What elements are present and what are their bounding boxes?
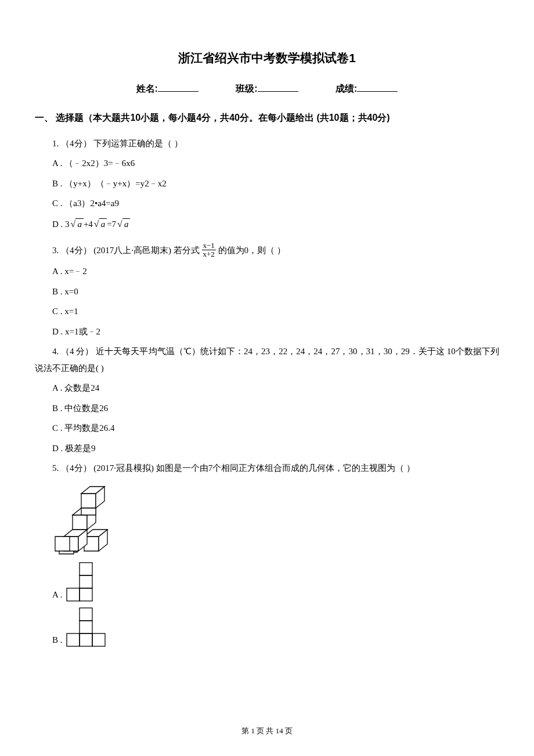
q4-option-d: D . 极差是9 [35, 440, 499, 457]
q5-option-b-figure [65, 607, 118, 649]
svg-rect-22 [80, 608, 92, 621]
svg-marker-8 [55, 537, 70, 551]
q3-stem-post: 的值为0，则（ ） [218, 246, 286, 255]
score-blank [357, 82, 398, 92]
q5-option-a: A . [52, 561, 499, 603]
q1-option-c: C . （a3）2•a4=a9 [35, 195, 499, 212]
q5-option-a-label: A . [52, 586, 63, 603]
q4-option-c: C . 平均数是26.4 [35, 420, 499, 437]
sqrt-icon: a [116, 215, 130, 233]
name-label: 姓名: [136, 84, 158, 93]
svg-marker-9 [73, 515, 87, 530]
svg-rect-25 [80, 633, 92, 646]
svg-rect-19 [80, 575, 92, 588]
svg-rect-20 [67, 588, 80, 601]
sqrt-icon: a [93, 215, 107, 233]
q3-stem: 3. （4分） (2017八上·高邑期末) 若分式 x−1 x+2 的值为0，则… [35, 242, 499, 260]
q1-d-mid: +4 [84, 219, 93, 229]
section-1-title: 一、 选择题（本大题共10小题，每小题4分，共40分。在每小题给出 (共10题；… [35, 109, 499, 127]
q1-d-eq: =7 [107, 219, 116, 229]
q5-option-b-label: B . [52, 632, 63, 649]
q1-option-a: A . （﹣2x2）3=﹣6x6 [35, 155, 499, 172]
class-blank [258, 82, 298, 92]
page-title: 浙江省绍兴市中考数学模拟试卷1 [35, 46, 499, 70]
svg-rect-21 [80, 588, 92, 601]
svg-marker-13 [81, 494, 96, 508]
svg-rect-26 [92, 633, 105, 646]
fraction-icon: x−1 x+2 [202, 242, 216, 259]
q3-option-d: D . x=1或﹣2 [35, 323, 499, 340]
q3-stem-pre: 3. （4分） (2017八上·高邑期末) 若分式 [52, 246, 202, 255]
svg-rect-23 [80, 621, 92, 633]
q1-option-b: B . （y+x）（﹣y+x）=y2﹣x2 [35, 175, 499, 192]
q3-option-a: A . x=﹣2 [35, 263, 499, 280]
q5-option-a-figure [65, 561, 107, 603]
svg-marker-16 [81, 508, 96, 515]
q4-stem: 4. （4 分） 近十天每天平均气温（℃）统计如下：24，23，22，24，24… [35, 343, 499, 376]
q1-stem: 1. （4分） 下列运算正确的是（ ） [35, 135, 499, 152]
student-info-row: 姓名: 班级: 成绩: [35, 80, 499, 98]
q3-option-c: C . x=1 [35, 303, 499, 320]
class-label: 班级: [236, 84, 257, 93]
q1-option-d: D . 3a+4a=7a [35, 215, 499, 233]
score-label: 成绩: [335, 84, 357, 93]
name-blank [158, 82, 199, 92]
q4-option-a: A . 众数是24 [35, 380, 499, 397]
svg-rect-24 [67, 633, 80, 646]
q3-option-b: B . x=0 [35, 283, 499, 300]
q4-option-b: B . 中位数是26 [35, 400, 499, 417]
q5-option-b: B . [52, 607, 499, 649]
sqrt-icon: a [70, 215, 84, 233]
q1-d-prefix: D . 3 [52, 219, 70, 229]
q5-solid-figure [52, 481, 499, 557]
q5-stem: 5. （4分） (2017·冠县模拟) 如图是一个由7个相同正方体组合而成的几何… [35, 460, 499, 477]
page-footer: 第 1 页 共 14 页 [0, 724, 534, 739]
svg-rect-18 [80, 563, 92, 575]
